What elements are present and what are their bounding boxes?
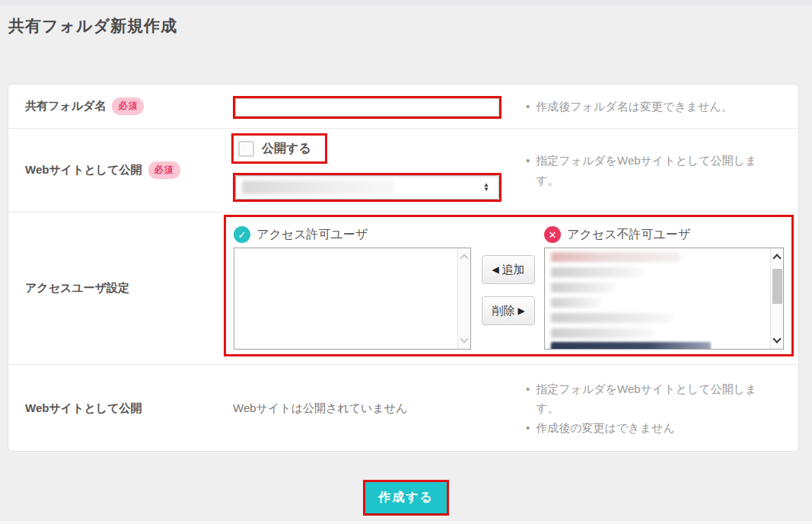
highlight-box-folder-name [233,96,502,119]
allowed-users-title: アクセス許可ユーザ [256,227,368,243]
bullet-icon: • [526,418,530,438]
remove-user-button-label: 削除 [492,304,514,318]
publish-status-label: Webサイトとして公開 [25,401,142,416]
scroll-up-icon[interactable] [772,254,781,262]
highlight-box-create-button: 作成する [363,480,449,516]
blurred-user-entry[interactable] [551,252,680,262]
move-buttons-column: ◀ 追加 削除 ▶ [482,222,535,350]
denied-users-listbox[interactable] [544,248,784,350]
folder-name-input[interactable] [235,98,499,117]
blurred-select-value [242,181,394,194]
publish-status-note-1: 指定フォルダをWebサイトとして公開します。 [536,379,775,418]
create-button[interactable]: 作成する [365,482,447,513]
add-user-button-label: 追加 [502,263,525,277]
folder-name-note-cell: • 作成後フォルダ名は変更できません。 [526,85,798,128]
select-updown-icon: ▲▼ [483,183,489,192]
publish-status-note-cell: • 指定フォルダをWebサイトとして公開します。 • 作成後の変更はできません [526,365,798,452]
check-circle-icon: ✓ [234,226,250,243]
publish-content: 公開する ▲▼ [225,129,526,212]
publish-status-note-2: 作成後の変更はできません [536,418,674,438]
publish-note-cell: • 指定フォルダをWebサイトとして公開します。 [526,129,798,212]
publish-note: 指定フォルダをWebサイトとして公開します。 [536,151,775,190]
denied-users-list [545,248,770,349]
publish-label-cell: Webサイトとして公開 必須 [8,129,225,212]
folder-name-label: 共有フォルダ名 [25,99,106,113]
footer-actions: 作成する [0,480,812,516]
publish-status-value: Webサイトは公開されていません [233,365,407,452]
scroll-up-icon[interactable] [460,254,468,262]
access-label: アクセスユーザ設定 [25,281,129,296]
scrollbar-thumb[interactable] [772,269,782,304]
denied-users-scrollbar[interactable] [770,248,783,349]
blurred-user-entry[interactable] [551,298,600,308]
publish-select[interactable]: ▲▼ [235,175,499,200]
row-folder-name: 共有フォルダ名 必須 • 作成後フォルダ名は変更できません。 [8,85,798,129]
highlight-box-access-users: ✓ アクセス許可ユーザ ◀ 追加 削除 ▶ [224,215,794,356]
publish-label: Webサイトとして公開 [25,163,142,177]
row-publish: Webサイトとして公開 必須 公開する ▲▼ • 指定フォルダをWebサイトとし… [8,129,798,212]
publish-status-label-cell: Webサイトとして公開 [8,365,225,452]
x-circle-icon: ✕ [544,226,561,243]
folder-name-label-cell: 共有フォルダ名 必須 [8,85,225,128]
required-badge: 必須 [112,97,144,115]
allowed-users-header: ✓ アクセス許可ユーザ [234,222,471,248]
required-badge: 必須 [148,161,180,179]
left-arrow-icon: ◀ [492,264,498,275]
bullet-icon: • [526,97,530,117]
scroll-down-icon[interactable] [460,334,468,343]
row-publish-status: Webサイトとして公開 Webサイトは公開されていません • 指定フォルダをWe… [8,365,798,452]
bullet-icon: • [526,379,530,418]
page-title: 共有フォルダ新規作成 [8,15,177,37]
allowed-users-list [234,248,457,349]
allowed-users-column: ✓ アクセス許可ユーザ [234,222,471,350]
remove-user-button[interactable]: 削除 ▶ [482,296,535,325]
publish-checkbox[interactable] [238,141,254,157]
folder-name-content [225,85,526,128]
blurred-user-entry[interactable] [551,267,642,277]
bullet-icon: • [526,151,530,190]
highlight-box-publish-checkbox: 公開する [231,133,327,164]
folder-name-note: 作成後フォルダ名は変更できません。 [536,97,733,117]
top-edge-strip [0,0,812,5]
highlight-box-publish-select: ▲▼ [233,173,502,202]
blurred-user-entry[interactable] [551,342,711,349]
denied-users-header: ✕ アクセス不許可ユーザ [544,222,784,248]
row-access-users: アクセスユーザ設定 ✓ アクセス許可ユーザ ◀ [8,212,798,365]
add-user-button[interactable]: ◀ 追加 [482,255,535,284]
blurred-user-entry[interactable] [551,328,654,338]
allowed-users-scrollbar[interactable] [457,248,470,349]
publish-status-content: Webサイトは公開されていません [225,365,526,452]
publish-checkbox-label: 公開する [262,141,311,157]
scroll-down-icon[interactable] [772,334,781,343]
denied-users-title: アクセス不許可ユーザ [567,227,690,243]
form-card: 共有フォルダ名 必須 • 作成後フォルダ名は変更できません。 Webサイトとして… [8,84,799,452]
right-arrow-icon: ▶ [517,305,524,316]
bottom-edge-strip [0,521,812,524]
allowed-users-listbox[interactable] [234,248,471,350]
access-label-cell: アクセスユーザ設定 [8,212,225,364]
denied-users-column: ✕ アクセス不許可ユーザ [544,222,784,350]
blurred-user-entry[interactable] [551,283,616,292]
blurred-user-entry[interactable] [551,313,673,323]
